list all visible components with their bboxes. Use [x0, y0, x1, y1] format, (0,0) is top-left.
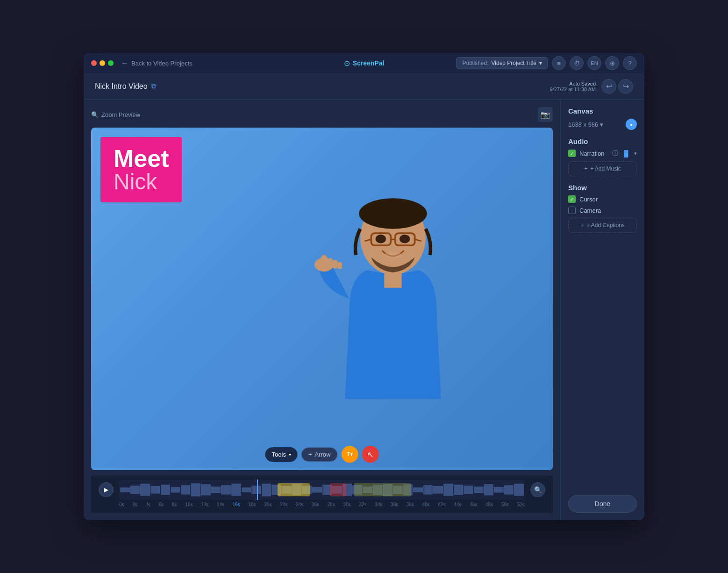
done-button[interactable]: Done — [568, 495, 637, 513]
person-svg — [314, 186, 445, 411]
svg-rect-13 — [328, 258, 333, 268]
main-content: 🔍 Zoom Preview 📷 Meet Nick — [84, 100, 644, 520]
ts-52: 52s — [517, 502, 525, 507]
ts-30: 30s — [343, 502, 351, 507]
ts-4: 4s — [146, 502, 151, 507]
meet-text: Meet — [114, 146, 169, 171]
play-button[interactable]: ▶ — [99, 482, 114, 497]
cursor-checkbox[interactable]: ✓ — [568, 195, 576, 203]
auto-saved-area: Auto Saved 9/27/22 at 11:38 AM — [550, 81, 596, 92]
video-background: Meet Nick — [91, 128, 553, 470]
add-captions-button[interactable]: + + Add Captions — [568, 218, 637, 233]
screenpal-icon: ⊙ — [344, 59, 350, 68]
app-window: ← Back to Video Projects ⊙ ScreenPal Pub… — [84, 53, 644, 520]
history-icon: ⏱ — [574, 60, 580, 67]
add-captions-label: + Add Captions — [586, 222, 625, 229]
ts-32: 32s — [359, 502, 366, 507]
narration-chevron-icon[interactable]: ▾ — [634, 150, 637, 157]
ts-18: 18s — [249, 502, 256, 507]
ts-12: 12s — [201, 502, 208, 507]
ts-28: 28s — [328, 502, 335, 507]
ts-38: 38s — [407, 502, 414, 507]
ts-10: 10s — [185, 502, 193, 507]
undo-icon: ↩ — [606, 82, 612, 91]
narration-info-icon[interactable]: ⓘ — [612, 149, 618, 158]
video-area: 🔍 Zoom Preview 📷 Meet Nick — [84, 100, 560, 520]
video-player[interactable]: Meet Nick — [91, 128, 553, 470]
menu-icon-button[interactable]: ≡ — [552, 56, 566, 70]
svg-rect-9 — [384, 271, 401, 288]
ts-8: 8s — [172, 502, 177, 507]
add-music-button[interactable]: + + Add Music — [568, 161, 637, 176]
arrow-label: Arrow — [315, 451, 331, 458]
ts-2: 2s — [132, 502, 137, 507]
ts-44: 44s — [454, 502, 461, 507]
timeline-area: ▶ — [91, 476, 553, 513]
undo-button[interactable]: ↩ — [601, 79, 616, 94]
auto-saved-label: Auto Saved — [550, 81, 596, 86]
publish-button[interactable]: Published: Video Project Title ▾ — [456, 57, 548, 69]
layers-icon: ⊕ — [610, 60, 615, 67]
language-icon-button[interactable]: EN — [587, 56, 601, 70]
video-toolbar: 🔍 Zoom Preview 📷 — [91, 107, 553, 122]
layers-icon-button[interactable]: ⊕ — [605, 56, 619, 70]
auto-saved-date: 9/27/22 at 11:38 AM — [550, 86, 596, 92]
publish-label: Published: — [462, 60, 488, 66]
ts-0: 0s — [119, 502, 124, 507]
svg-rect-12 — [321, 255, 327, 268]
ts-14: 14s — [217, 502, 224, 507]
ts-46: 46s — [470, 502, 477, 507]
camera-checkbox[interactable] — [568, 207, 576, 214]
svg-rect-14 — [333, 260, 337, 269]
cursor-button[interactable]: ↖ — [362, 446, 378, 463]
canvas-size-selector[interactable]: 1638 x 986 ▾ — [568, 121, 603, 128]
canvas-size-chevron-icon: ▾ — [600, 121, 603, 128]
timeline-zoom-button[interactable]: 🔍 — [530, 482, 545, 497]
back-label: Back to Video Projects — [131, 60, 193, 67]
audio-title: Audio — [568, 137, 637, 145]
narration-checkbox[interactable]: ✓ — [568, 150, 576, 157]
ts-42: 42s — [438, 502, 446, 507]
svg-point-8 — [384, 252, 401, 259]
timeline-timestamps: 0s 2s 4s 6s 8s 10s 12s 14s 16s 18s 20s 2… — [99, 500, 545, 507]
clip-marker-red — [330, 483, 346, 496]
svg-rect-15 — [337, 262, 342, 270]
zoom-icon: 🔍 — [534, 486, 542, 494]
svg-point-10 — [359, 199, 427, 229]
cursor-show-row: ✓ Cursor — [568, 195, 637, 203]
screenpal-logo: ScreenPal — [353, 59, 385, 67]
text-button[interactable]: Tт — [341, 446, 358, 463]
app-title-center: ⊙ ScreenPal — [344, 59, 385, 68]
publish-chevron-icon: ▾ — [539, 60, 542, 66]
minimize-button[interactable] — [100, 60, 105, 66]
language-icon: EN — [591, 60, 598, 66]
tools-chevron-icon: ▾ — [289, 452, 291, 457]
svg-point-7 — [400, 235, 410, 244]
maximize-button[interactable] — [108, 60, 114, 66]
camera-show-label: Camera — [579, 207, 601, 214]
person-image — [253, 145, 507, 453]
help-icon-button[interactable]: ? — [623, 56, 637, 70]
camera-show-row: Camera — [568, 207, 637, 214]
right-panel: Canvas 1638 x 986 ▾ ● Audio ✓ Narration — [560, 100, 644, 520]
ts-16: 16s — [233, 502, 240, 507]
narration-bars-icon[interactable]: ▐▌ — [622, 150, 630, 157]
canvas-toggle-button[interactable]: ● — [626, 119, 637, 130]
history-icon-button[interactable]: ⏱ — [570, 56, 584, 70]
add-music-plus-icon: + — [584, 165, 587, 172]
edit-title-icon[interactable]: ⧉ — [151, 82, 156, 90]
close-button[interactable] — [91, 60, 97, 66]
tools-button[interactable]: Tools ▾ — [265, 447, 298, 462]
play-icon: ▶ — [104, 487, 108, 493]
timeline-track[interactable]: 0:16:00 — [119, 480, 525, 500]
narration-label: Narration — [579, 150, 608, 157]
redo-button[interactable]: ↪ — [618, 79, 633, 94]
menu-icon: ≡ — [557, 60, 561, 67]
arrow-button[interactable]: + Arrow — [301, 447, 338, 462]
playhead[interactable]: 0:16:00 — [257, 480, 258, 500]
nick-text: Nick — [114, 171, 169, 193]
back-button[interactable]: ← Back to Video Projects — [121, 59, 193, 67]
zoom-preview-label: 🔍 Zoom Preview — [91, 111, 140, 118]
screenshot-button[interactable]: 📷 — [538, 107, 553, 122]
cursor-show-label: Cursor — [579, 196, 598, 203]
